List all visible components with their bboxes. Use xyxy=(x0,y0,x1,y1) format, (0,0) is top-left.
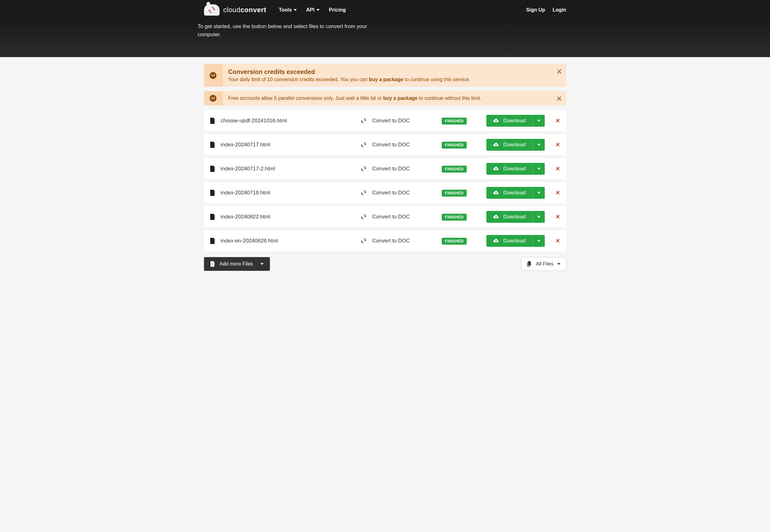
file-row: index-20240822.html Convert to DOC FINIS… xyxy=(204,206,566,228)
download-button[interactable]: Download xyxy=(486,139,532,151)
file-row: index-20240717.html Convert to DOC FINIS… xyxy=(204,134,566,156)
close-icon[interactable]: ✕ xyxy=(556,95,562,103)
nav-pricing-label: Pricing xyxy=(329,7,346,13)
file-icon xyxy=(210,142,215,148)
convert-target[interactable]: Convert to DOC xyxy=(372,214,434,220)
file-row: choose-updf-20241016.html Convert to DOC… xyxy=(204,110,566,132)
status-badge: FINISHED xyxy=(442,142,467,149)
close-icon[interactable]: ✕ xyxy=(556,68,562,76)
chevron-down-icon xyxy=(557,263,560,265)
download-options-button[interactable] xyxy=(532,211,545,223)
alert-body-pre: Your daily limit of 10 conversion credit… xyxy=(228,77,369,82)
download-label: Download xyxy=(503,118,525,124)
top-nav: cloudconvert Tools API Pricing Sign Up L… xyxy=(0,0,770,57)
nav-api[interactable]: API xyxy=(306,7,320,13)
file-icon xyxy=(210,190,215,196)
add-more-files-label: Add more Files xyxy=(220,261,253,267)
sync-icon[interactable] xyxy=(361,214,366,220)
download-button-group: Download xyxy=(486,115,544,127)
chevron-down-icon xyxy=(537,192,540,194)
file-name: index-20240822.html xyxy=(221,214,340,220)
cloud-download-icon xyxy=(493,118,499,123)
buy-package-link[interactable]: buy a package xyxy=(383,95,417,101)
nav-pricing[interactable]: Pricing xyxy=(329,7,346,13)
nav-api-label: API xyxy=(306,7,315,13)
chevron-down-icon xyxy=(537,216,540,218)
download-options-button[interactable] xyxy=(532,187,545,199)
add-more-files-button[interactable]: Add more Files xyxy=(204,257,270,271)
sync-icon[interactable] xyxy=(361,190,366,196)
sad-face-icon xyxy=(210,72,217,79)
status-badge: FINISHED xyxy=(442,118,467,124)
file-icon xyxy=(210,214,215,220)
status-badge: FINISHED xyxy=(442,190,467,197)
buy-package-link[interactable]: buy a package xyxy=(369,77,403,82)
logo[interactable]: cloudconvert xyxy=(204,4,267,16)
download-button-group: Download xyxy=(486,139,544,151)
intro-text: To get started, use the button below and… xyxy=(198,20,373,38)
nav-login-label: Login xyxy=(552,7,566,13)
cloud-download-icon xyxy=(493,190,499,195)
download-button[interactable]: Download xyxy=(486,211,532,223)
download-button[interactable]: Download xyxy=(486,235,532,247)
chevron-down-icon xyxy=(537,168,540,170)
download-button-group: Download xyxy=(486,211,544,223)
download-options-button[interactable] xyxy=(532,139,545,151)
remove-file-icon[interactable]: ✕ xyxy=(555,165,560,172)
remove-file-icon[interactable]: ✕ xyxy=(555,237,560,244)
nav-tools-label: Tools xyxy=(279,7,292,13)
chevron-down-icon xyxy=(537,144,540,146)
convert-target[interactable]: Convert to DOC xyxy=(372,166,434,172)
download-label: Download xyxy=(503,238,525,244)
nav-tools[interactable]: Tools xyxy=(279,7,297,13)
alert-body: Your daily limit of 10 conversion credit… xyxy=(228,77,552,82)
file-list: choose-updf-20241016.html Convert to DOC… xyxy=(204,110,566,252)
alert-body-pre: Free accounts allow 5 parallel conversio… xyxy=(228,95,383,101)
download-button[interactable]: Download xyxy=(486,163,532,175)
alert-body: Free accounts allow 5 parallel conversio… xyxy=(228,95,552,101)
download-options-button[interactable] xyxy=(532,115,545,127)
cloud-download-icon xyxy=(493,142,499,147)
file-name: index-20240718.html xyxy=(221,190,340,196)
all-files-button[interactable]: All Files xyxy=(521,257,566,271)
file-name: choose-updf-20241016.html xyxy=(221,118,340,124)
cloud-download-icon xyxy=(493,214,499,219)
download-button-group: Download xyxy=(486,163,544,175)
nav-login[interactable]: Login xyxy=(552,7,566,13)
download-button[interactable]: Download xyxy=(486,187,532,199)
file-name: index-20240717.html xyxy=(221,142,340,148)
sync-icon[interactable] xyxy=(361,166,366,172)
file-name: index-20240717-2.html xyxy=(221,166,340,172)
remove-file-icon[interactable]: ✕ xyxy=(555,141,560,148)
cloud-sync-icon xyxy=(204,4,220,16)
alert-parallel-limit: Free accounts allow 5 parallel conversio… xyxy=(204,91,566,105)
cloud-download-icon xyxy=(493,238,499,243)
download-label: Download xyxy=(503,190,525,196)
sync-icon[interactable] xyxy=(361,118,366,124)
file-plus-icon xyxy=(210,261,215,267)
file-row: index-en-20240628.html Convert to DOC FI… xyxy=(204,230,566,252)
convert-target[interactable]: Convert to DOC xyxy=(372,190,434,196)
download-options-button[interactable] xyxy=(532,163,545,175)
sync-icon[interactable] xyxy=(361,238,366,244)
file-icon xyxy=(210,238,215,244)
remove-file-icon[interactable]: ✕ xyxy=(555,117,560,124)
convert-target[interactable]: Convert to DOC xyxy=(372,142,434,148)
remove-file-icon[interactable]: ✕ xyxy=(555,213,560,220)
sync-icon[interactable] xyxy=(361,142,366,148)
convert-target[interactable]: Convert to DOC xyxy=(372,118,434,124)
file-row: index-20240717-2.html Convert to DOC FIN… xyxy=(204,158,566,180)
download-button-group: Download xyxy=(486,187,544,199)
alert-credits-exceeded: Conversion credits exceeded Your daily l… xyxy=(204,64,566,87)
download-label: Download xyxy=(503,214,525,220)
cloud-download-icon xyxy=(493,166,499,171)
nav-signup[interactable]: Sign Up xyxy=(526,7,545,13)
file-icon xyxy=(210,166,215,172)
all-files-label: All Files xyxy=(536,261,553,267)
download-label: Download xyxy=(503,142,525,148)
file-icon xyxy=(210,118,215,124)
remove-file-icon[interactable]: ✕ xyxy=(555,189,560,196)
download-options-button[interactable] xyxy=(532,235,545,247)
convert-target[interactable]: Convert to DOC xyxy=(372,238,434,244)
download-button[interactable]: Download xyxy=(486,115,532,127)
